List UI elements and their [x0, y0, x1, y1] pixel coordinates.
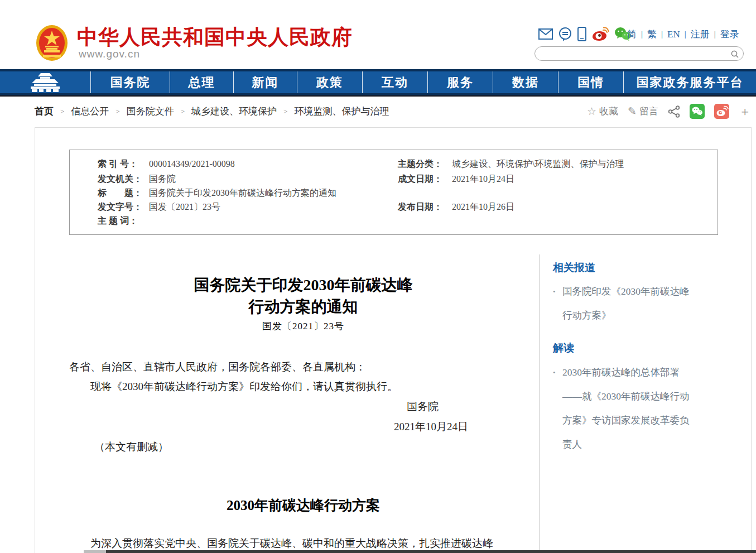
sidebar-divider: [539, 254, 540, 553]
favorite-button[interactable]: ☆ 收藏: [587, 105, 618, 118]
sidebar-heading-related[interactable]: 相关报道: [553, 261, 595, 275]
meta-doc-no-label: 发文字号：: [98, 201, 142, 213]
weibo-icon[interactable]: [592, 27, 609, 41]
nav-tab-national-conditions[interactable]: 国情: [558, 71, 624, 93]
login-link[interactable]: 登录: [720, 28, 739, 41]
document-panel: 索 引 号： 000014349/2021-00098 主题分类： 城乡建设、环…: [35, 127, 752, 553]
bullet-icon: •: [553, 280, 556, 304]
breadcrumb-urban-env[interactable]: 城乡建设、环境保护: [191, 105, 277, 118]
main-nav: 国务院 总理 新闻 政策 互动 服务 数据 国情 国家政务服务平台: [0, 69, 756, 97]
nav-home-tiananmen[interactable]: [0, 71, 91, 93]
search-box: [535, 46, 744, 61]
document-title: 国务院关于印发2030年前碳达峰 行动方案的通知: [69, 274, 537, 318]
lang-english-link[interactable]: EN: [667, 29, 680, 40]
breadcrumb-info-disclosure[interactable]: 信息公开: [71, 105, 109, 118]
article-note: （本文有删减）: [69, 439, 537, 455]
meta-index-label: 索 引 号：: [98, 158, 138, 170]
article-paragraph-1: 现将《2030年前碳达峰行动方案》印发给你们，请认真贯彻执行。: [69, 378, 537, 395]
meta-written-date-value: 2021年10月24日: [452, 173, 514, 185]
sidebar-related-item[interactable]: • 国务院印发《2030年前碳达峰行动方案》: [553, 280, 697, 328]
breadcrumb-env-monitoring[interactable]: 环境监测、保护与治理: [294, 105, 389, 118]
breadcrumb-home[interactable]: 首页: [35, 105, 54, 118]
article-sign-date: 2021年10月24日: [69, 419, 537, 435]
bullet-icon: •: [553, 360, 556, 384]
meta-doc-no-value: 国发〔2021〕23号: [149, 201, 220, 213]
header-social-icons: [538, 27, 631, 41]
article-signer: 国务院: [69, 398, 537, 415]
mobile-icon[interactable]: [577, 27, 586, 41]
nav-tab-news[interactable]: 新闻: [234, 71, 297, 93]
national-emblem-logo: [36, 25, 68, 61]
nav-tab-services[interactable]: 服务: [428, 71, 493, 93]
weibo-badge-icon: [714, 104, 729, 119]
meta-keywords-label: 主 题 词：: [98, 215, 138, 227]
breadcrumb-state-council-docs[interactable]: 国务院文件: [127, 105, 174, 118]
article-paragraph-2: 为深入贯彻落实党中央、国务院关于碳达峰、碳中和的重大战略决策，扎实推进碳达峰: [69, 535, 537, 552]
nav-tab-state-council[interactable]: 国务院: [91, 71, 170, 93]
lang-traditional-link[interactable]: 繁: [647, 28, 657, 41]
search-icon[interactable]: [730, 50, 739, 61]
nav-tab-premier[interactable]: 总理: [170, 71, 234, 93]
tiananmen-icon: [27, 73, 63, 93]
site-header: 中华人民共和国中央人民政府 www.gov.cn: [0, 0, 756, 69]
meta-category-label: 主题分类：: [398, 158, 442, 170]
share-wechat-button[interactable]: [690, 104, 705, 119]
document-number: 国发〔2021〕23号: [69, 320, 537, 333]
site-title: 中华人民共和国中央人民政府: [77, 23, 353, 51]
meta-title-label: 标 题：: [98, 187, 142, 199]
register-link[interactable]: 注册: [691, 28, 710, 41]
site-url: www.gov.cn: [79, 48, 140, 60]
meta-written-date-label: 成文日期：: [398, 173, 442, 185]
plan-section-title: 2030年前碳达峰行动方案: [69, 496, 537, 514]
header-links: 简|繁|EN|注册|登录: [627, 28, 739, 41]
pencil-icon: ✎: [628, 105, 637, 118]
share-icon: [668, 105, 680, 118]
nav-tab-policy[interactable]: 政策: [297, 71, 363, 93]
comment-button[interactable]: ✎ 留言: [628, 105, 658, 118]
article-salutation: 各省、自治区、直辖市人民政府，国务院各部委、各直属机构：: [69, 359, 537, 376]
lang-simplified-link[interactable]: 简: [627, 28, 637, 41]
sidebar-interpretation-item[interactable]: • 2030年前碳达峰的总体部署——就《2030年前碳达峰行动方案》专访国家发展…: [553, 360, 697, 456]
nav-tab-gov-service-platform[interactable]: 国家政务服务平台: [624, 71, 756, 93]
nav-tab-interaction[interactable]: 互动: [363, 71, 428, 93]
meta-agency-label: 发文机关：: [98, 173, 142, 185]
message-bubble-icon[interactable]: [558, 27, 572, 41]
sidebar-heading-interpretation[interactable]: 解读: [553, 341, 574, 355]
nav-tab-data[interactable]: 数据: [493, 71, 558, 93]
meta-title-value: 国务院关于印发2030年前碳达峰行动方案的通知: [149, 187, 336, 199]
clipped-text-artifact: [84, 550, 756, 553]
wechat-badge-icon: [690, 104, 705, 119]
share-button[interactable]: [668, 105, 680, 118]
star-icon: ☆: [587, 105, 596, 118]
meta-category-value: 城乡建设、环境保护\环境监测、保护与治理: [452, 158, 624, 170]
mail-icon[interactable]: [538, 28, 553, 40]
meta-index-value: 000014349/2021-00098: [149, 158, 235, 170]
meta-publish-date-value: 2021年10月26日: [452, 201, 514, 213]
document-meta-table: 索 引 号： 000014349/2021-00098 主题分类： 城乡建设、环…: [69, 150, 718, 235]
page-actions: ☆ 收藏 ✎ 留言 ＋: [587, 104, 751, 119]
share-weibo-button[interactable]: [714, 104, 729, 119]
breadcrumb: 首页 > 信息公开 > 国务院文件 > 城乡建设、环境保护 > 环境监测、保护与…: [35, 105, 389, 118]
meta-publish-date-label: 发布日期：: [398, 201, 442, 213]
search-input[interactable]: [542, 47, 726, 60]
meta-agency-value: 国务院: [149, 173, 176, 185]
plus-icon[interactable]: ＋: [739, 106, 751, 117]
